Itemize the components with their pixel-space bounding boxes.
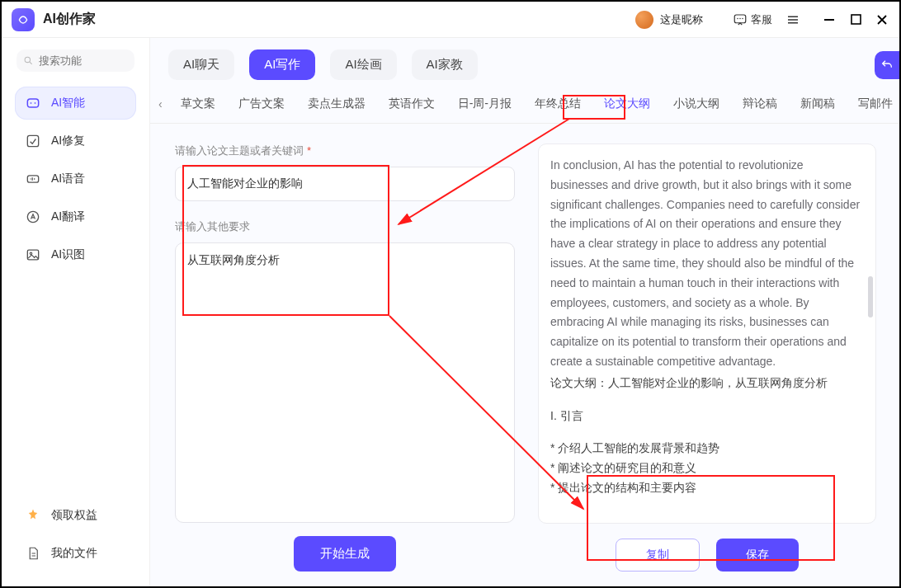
- sidebar-item-benefits[interactable]: 领取权益: [15, 499, 136, 532]
- sidebar-item-label: 我的文件: [51, 546, 97, 561]
- close-icon: [876, 14, 888, 26]
- main-area: AI聊天 AI写作 AI绘画 AI家教 ‹ 草文案 广告文案 卖点生成器 英语作…: [150, 38, 899, 586]
- support-button[interactable]: 客服: [726, 9, 779, 31]
- svg-point-1: [737, 17, 738, 19]
- scrollbar-thumb[interactable]: [868, 276, 873, 318]
- sidebar: AI智能 AI修复 AI语音 AI翻译 AI识图 领取权益 我的文件: [2, 38, 150, 586]
- svg-rect-8: [27, 135, 38, 146]
- avatar[interactable]: [635, 11, 653, 29]
- app-title: AI创作家: [43, 11, 96, 28]
- close-button[interactable]: [875, 12, 889, 27]
- menu-button[interactable]: [779, 9, 807, 31]
- minimize-button[interactable]: [822, 12, 837, 27]
- sub-tabs: ‹ 草文案 广告文案 卖点生成器 英语作文 日-周-月报 年终总结 论文大纲 小…: [150, 90, 899, 124]
- sidebar-item-label: AI识图: [51, 247, 85, 262]
- app-icon: [12, 8, 35, 31]
- mode-tabs: AI聊天 AI写作 AI绘画 AI家教: [150, 38, 899, 90]
- sub-tab[interactable]: 新闻稿: [790, 93, 845, 115]
- sub-tab[interactable]: 小说大纲: [663, 93, 729, 115]
- translate-icon: [25, 209, 41, 225]
- svg-point-6: [25, 57, 30, 62]
- image-icon: [25, 247, 41, 263]
- sidebar-item-label: 领取权益: [51, 508, 97, 523]
- mode-tab-tutor[interactable]: AI家教: [412, 49, 478, 80]
- voice-icon: [25, 171, 41, 187]
- smart-icon: [25, 95, 41, 111]
- svg-point-3: [742, 17, 743, 19]
- nickname: 这是昵称: [660, 12, 703, 27]
- topic-label: 请输入论文主题或者关键词*: [175, 143, 515, 158]
- sidebar-item-label: AI修复: [51, 134, 85, 148]
- sub-tab[interactable]: 广告文案: [229, 93, 295, 115]
- sidebar-item-label: AI智能: [51, 96, 85, 111]
- svg-rect-9: [27, 176, 38, 182]
- scroll-left-button[interactable]: ‹: [153, 94, 167, 114]
- sub-tab[interactable]: 写邮件: [848, 93, 901, 115]
- file-icon: [25, 545, 41, 562]
- svg-rect-11: [27, 250, 38, 260]
- sidebar-item-ai-repair[interactable]: AI修复: [15, 125, 136, 158]
- svg-rect-5: [851, 15, 861, 24]
- output-buttons: 复制 保存: [538, 524, 876, 572]
- sub-tab-active[interactable]: 论文大纲: [594, 93, 660, 115]
- support-label: 客服: [751, 12, 772, 27]
- sidebar-item-label: AI翻译: [51, 209, 85, 224]
- mode-tab-write[interactable]: AI写作: [249, 49, 315, 80]
- undo-chip[interactable]: [875, 51, 899, 79]
- output-section-title: I. 引言: [550, 407, 864, 426]
- extra-textarea[interactable]: [175, 242, 515, 523]
- undo-icon: [880, 59, 894, 72]
- hamburger-icon: [785, 12, 800, 27]
- output-bullet: * 阐述论文的研究目的和意义: [550, 459, 864, 478]
- output-outline-title: 论文大纲：人工智能对企业的影响，从互联网角度分析: [550, 374, 864, 393]
- repair-icon: [25, 133, 41, 149]
- sidebar-item-ai-smart[interactable]: AI智能: [15, 87, 136, 120]
- svg-rect-7: [27, 99, 38, 107]
- search-icon: [23, 54, 34, 67]
- mode-tab-draw[interactable]: AI绘画: [330, 49, 396, 80]
- minimize-icon: [823, 14, 835, 26]
- output-english: In conclusion, AI has the potential to r…: [550, 156, 864, 372]
- extra-label: 请输入其他要求: [175, 219, 515, 234]
- sub-tab[interactable]: 草文案: [171, 93, 225, 115]
- sidebar-item-label: AI语音: [51, 172, 85, 186]
- gift-icon: [25, 507, 41, 524]
- titlebar: AI创作家 这是昵称 客服: [2, 2, 899, 38]
- svg-point-12: [30, 252, 32, 255]
- topic-input[interactable]: [175, 167, 515, 201]
- output-bullet: * 介绍人工智能的发展背景和趋势: [550, 439, 864, 459]
- sidebar-item-myfiles[interactable]: 我的文件: [15, 537, 136, 570]
- sidebar-item-ai-voice[interactable]: AI语音: [15, 162, 136, 195]
- output-bullet: * 提出论文的结构和主要内容: [550, 478, 864, 498]
- sub-tab[interactable]: 辩论稿: [733, 93, 787, 115]
- output-box[interactable]: In conclusion, AI has the potential to r…: [538, 143, 876, 524]
- output-pane: In conclusion, AI has the potential to r…: [530, 129, 899, 586]
- sidebar-item-ai-translate[interactable]: AI翻译: [15, 200, 136, 233]
- chat-icon: [733, 12, 748, 27]
- maximize-icon: [851, 14, 861, 25]
- mode-tab-chat[interactable]: AI聊天: [168, 49, 234, 80]
- sidebar-item-ai-image[interactable]: AI识图: [15, 238, 136, 271]
- sub-tab[interactable]: 年终总结: [525, 93, 591, 115]
- save-button[interactable]: 保存: [716, 539, 799, 572]
- search-input[interactable]: [39, 54, 128, 67]
- sub-tab[interactable]: 英语作文: [379, 93, 445, 115]
- generate-button[interactable]: 开始生成: [294, 536, 396, 572]
- svg-point-2: [739, 17, 741, 19]
- input-pane: 请输入论文主题或者关键词* 请输入其他要求 开始生成: [150, 129, 530, 586]
- search-input-wrap[interactable]: [17, 49, 134, 72]
- sub-tab[interactable]: 卖点生成器: [298, 93, 375, 115]
- sub-tab[interactable]: 日-周-月报: [448, 93, 521, 115]
- copy-button[interactable]: 复制: [616, 539, 700, 572]
- maximize-button[interactable]: [848, 12, 863, 27]
